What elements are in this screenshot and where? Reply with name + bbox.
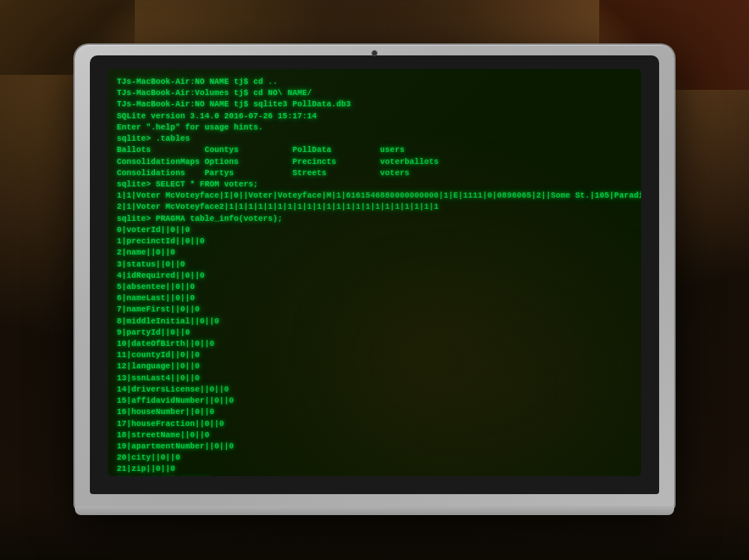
laptop-frame: TJs-MacBook-Air:NO NAME tj$ cd .. TJs-Ma… bbox=[75, 45, 674, 509]
laptop-base bbox=[75, 506, 674, 515]
laptop-screen: TJs-MacBook-Air:NO NAME tj$ cd .. TJs-Ma… bbox=[108, 69, 641, 476]
webcam-icon bbox=[372, 50, 377, 56]
laptop-bezel: TJs-MacBook-Air:NO NAME tj$ cd .. TJs-Ma… bbox=[90, 55, 659, 494]
terminal-output: TJs-MacBook-Air:NO NAME tj$ cd .. TJs-Ma… bbox=[108, 69, 641, 476]
